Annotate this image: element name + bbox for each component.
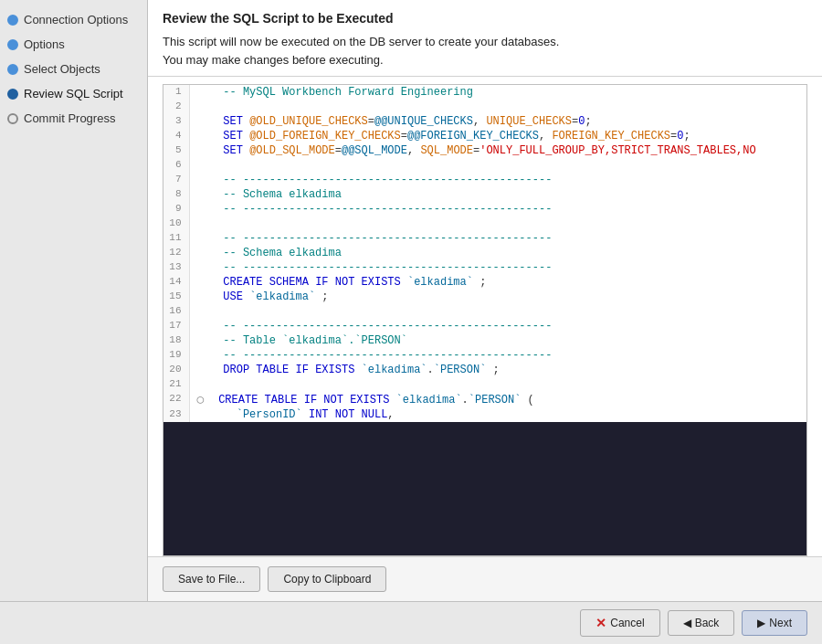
- description-line1: This script will now be executed on the …: [163, 35, 559, 48]
- back-label: Back: [695, 617, 720, 629]
- table-row: 14 CREATE SCHEMA IF NOT EXISTS `elkadima…: [163, 275, 806, 290]
- script-container: 1 -- MySQL Workbench Forward Engineering…: [148, 84, 822, 556]
- back-button[interactable]: ◀ Back: [668, 610, 735, 636]
- table-row: 21: [163, 377, 806, 392]
- table-row: 22 ◯ CREATE TABLE IF NOT EXISTS `elkadim…: [163, 392, 806, 407]
- table-row: 15 USE `elkadima` ;: [163, 290, 806, 304]
- back-arrow-icon: ◀: [683, 617, 691, 629]
- sidebar-bullet-review-sql-script: [7, 89, 18, 100]
- sidebar: Connection Options Options Select Object…: [0, 0, 148, 601]
- sidebar-item-commit-progress[interactable]: Commit Progress: [0, 106, 147, 131]
- table-row: 7 -- -----------------------------------…: [163, 173, 806, 187]
- sidebar-item-select-objects[interactable]: Select Objects: [0, 57, 147, 81]
- sidebar-item-connection-options[interactable]: Connection Options: [0, 7, 147, 32]
- save-to-file-button[interactable]: Save to File...: [163, 566, 260, 592]
- page-description: This script will now be executed on the …: [163, 33, 807, 69]
- main-container: Connection Options Options Select Object…: [0, 0, 822, 601]
- content-area: Review the SQL Script to be Executed Thi…: [148, 0, 822, 601]
- table-row: 6: [163, 158, 806, 173]
- table-row: 12 -- Schema elkadima: [163, 246, 806, 260]
- cancel-label: Cancel: [610, 617, 644, 629]
- table-row: 18 -- Table `elkadima`.`PERSON`: [163, 333, 806, 348]
- action-buttons-row: Save to File... Copy to Clipboard: [148, 556, 822, 601]
- table-row: 5 SET @OLD_SQL_MODE=@@SQL_MODE, SQL_MODE…: [163, 143, 806, 158]
- copy-to-clipboard-button[interactable]: Copy to Clipboard: [268, 566, 386, 592]
- table-row: 3 SET @OLD_UNIQUE_CHECKS=@@UNIQUE_CHECKS…: [163, 114, 806, 129]
- table-row: 19 -- ----------------------------------…: [163, 348, 806, 363]
- code-table: 1 -- MySQL Workbench Forward Engineering…: [163, 85, 806, 422]
- sidebar-item-options[interactable]: Options: [0, 32, 147, 57]
- footer: ✕ Cancel ◀ Back ▶ Next: [0, 601, 822, 644]
- table-row: 1 -- MySQL Workbench Forward Engineering: [163, 85, 806, 100]
- sidebar-item-label-options: Options: [24, 37, 65, 51]
- description-line2: You may make changes before executing.: [163, 53, 384, 67]
- table-row: 13 -- ----------------------------------…: [163, 260, 806, 275]
- next-arrow-icon: ▶: [757, 617, 765, 629]
- table-row: 9 -- -----------------------------------…: [163, 202, 806, 216]
- table-row: 2: [163, 100, 806, 114]
- sidebar-bullet-commit-progress: [7, 113, 18, 124]
- page-title: Review the SQL Script to be Executed: [163, 11, 807, 26]
- table-row: 11 -- ----------------------------------…: [163, 231, 806, 246]
- script-scroll[interactable]: 1 -- MySQL Workbench Forward Engineering…: [163, 84, 807, 556]
- next-label: Next: [769, 617, 792, 629]
- sidebar-bullet-options: [7, 39, 18, 50]
- table-row: 17 -- ----------------------------------…: [163, 319, 806, 333]
- sidebar-item-label-commit-progress: Commit Progress: [24, 111, 115, 125]
- table-row: 8 -- Schema elkadima: [163, 187, 806, 202]
- sidebar-item-review-sql-script[interactable]: Review SQL Script: [0, 81, 147, 106]
- sidebar-bullet-connection-options: [7, 15, 18, 26]
- content-header: Review the SQL Script to be Executed Thi…: [148, 0, 822, 77]
- collapse-icon[interactable]: ◯: [197, 394, 204, 406]
- sidebar-item-label-review-sql-script: Review SQL Script: [24, 87, 123, 100]
- table-row: 16: [163, 304, 806, 319]
- sidebar-bullet-select-objects: [7, 64, 18, 75]
- sidebar-item-label-select-objects: Select Objects: [24, 62, 100, 76]
- table-row: 20 DROP TABLE IF EXISTS `elkadima`.`PERS…: [163, 363, 806, 377]
- sidebar-item-label-connection-options: Connection Options: [24, 13, 128, 26]
- cancel-button[interactable]: ✕ Cancel: [580, 609, 659, 637]
- table-row: 4 SET @OLD_FOREIGN_KEY_CHECKS=@@FOREIGN_…: [163, 129, 806, 143]
- cancel-x-icon: ✕: [595, 616, 606, 630]
- table-row: 10: [163, 216, 806, 231]
- next-button[interactable]: ▶ Next: [742, 610, 807, 636]
- table-row: 23 `PersonID` INT NOT NULL,: [163, 407, 806, 422]
